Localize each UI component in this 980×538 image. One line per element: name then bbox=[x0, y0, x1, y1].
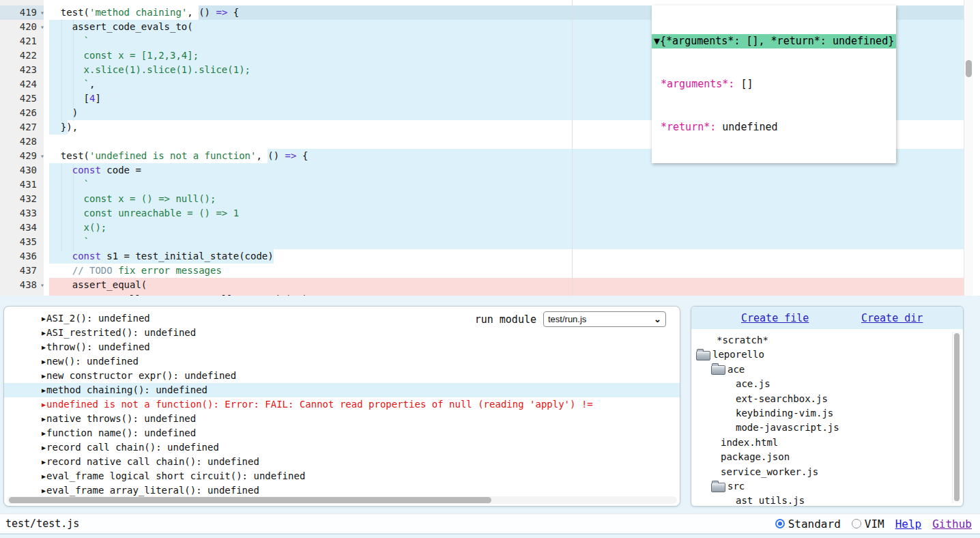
result-row[interactable]: ▶function name(): undefined bbox=[4, 426, 680, 440]
gutter-line-number[interactable]: 428 bbox=[0, 134, 44, 149]
code-line[interactable]: // TODO fix error messages bbox=[0, 264, 965, 278]
code-line[interactable]: const code = bbox=[0, 163, 965, 178]
gutter-line-number[interactable]: 429▾ bbox=[0, 149, 44, 163]
result-row[interactable]: ▶eval_frame array_literal(): undefined bbox=[4, 483, 680, 498]
code-line[interactable]: assert_equal( bbox=[0, 278, 965, 292]
gutter-line-number[interactable]: 436 bbox=[0, 249, 44, 264]
result-row[interactable]: ▶new constructor expr(): undefined bbox=[4, 369, 680, 383]
tree-file-row[interactable]: ext-searchbox.js bbox=[736, 392, 828, 406]
expand-triangle-icon[interactable]: ▶ bbox=[42, 315, 46, 322]
expand-triangle-icon[interactable]: ▶ bbox=[42, 487, 46, 494]
expand-triangle-icon[interactable]: ▶ bbox=[42, 458, 46, 466]
result-label: new constructor expr(): undefined bbox=[46, 370, 236, 381]
gutter-line-number[interactable]: 426 bbox=[0, 106, 44, 120]
result-row[interactable]: ▶eval_frame logical short circuit(): und… bbox=[4, 469, 680, 483]
expand-triangle-icon[interactable]: ▶ bbox=[42, 429, 46, 437]
results-scrollbar-thumb[interactable] bbox=[9, 497, 491, 503]
tree-file-row[interactable]: index.html bbox=[721, 436, 778, 450]
code-line[interactable]: const x = () => null(); bbox=[0, 192, 965, 206]
result-row[interactable]: ▶record native call chain(): undefined bbox=[4, 455, 680, 469]
gutter-line-number[interactable]: 421 bbox=[0, 34, 44, 48]
tree-file-row[interactable]: *scratch* bbox=[717, 333, 768, 348]
result-row[interactable]: ▶native throws(): undefined bbox=[4, 412, 680, 426]
radio-selected-icon[interactable] bbox=[775, 519, 785, 528]
gutter-line-number[interactable]: 427 bbox=[0, 120, 44, 134]
gutter-line-number[interactable]: 419▾ bbox=[0, 5, 44, 20]
tooltip-header-row[interactable]: ▼{*arguments*: [], *return*: undefined} bbox=[652, 34, 896, 48]
result-row[interactable]: ▶throw(): undefined bbox=[4, 340, 680, 354]
tree-folder-row[interactable]: ace bbox=[711, 363, 745, 377]
gutter-line-number[interactable]: 430 bbox=[0, 163, 44, 178]
code-line[interactable]: ` bbox=[0, 178, 965, 192]
fold-arrow-icon[interactable]: ▾ bbox=[40, 149, 44, 163]
expand-triangle-icon[interactable]: ▶ bbox=[42, 472, 46, 480]
tree-folder-row[interactable]: src bbox=[711, 479, 745, 494]
github-link[interactable]: Github bbox=[932, 518, 972, 530]
gutter-line-number[interactable]: 435 bbox=[0, 235, 44, 249]
gutter-line-number[interactable]: 424 bbox=[0, 77, 44, 91]
code-line[interactable]: const unreachable = () => 1 bbox=[0, 206, 965, 221]
gutter-line-number[interactable]: 433 bbox=[0, 206, 44, 221]
keybinding-standard-label: Standard bbox=[788, 518, 841, 530]
tree-file-row[interactable]: keybinding-vim.js bbox=[736, 406, 833, 421]
gutter-line-number[interactable]: 420▾ bbox=[0, 20, 44, 34]
fold-arrow-icon[interactable]: ▾ bbox=[40, 5, 44, 20]
editor-scrollbar-thumb[interactable] bbox=[966, 60, 972, 77]
gutter-line-number[interactable]: 437 bbox=[0, 264, 44, 278]
tree-vertical-scrollbar[interactable] bbox=[952, 332, 961, 503]
create-file-link[interactable]: Create file bbox=[741, 312, 809, 324]
expand-triangle-icon[interactable]: ▶ bbox=[42, 343, 46, 351]
code-line[interactable]: ` bbox=[0, 235, 965, 249]
gutter-line-number[interactable]: 439 bbox=[0, 292, 44, 296]
expand-triangle-icon[interactable]: ▶ bbox=[42, 358, 46, 365]
code-token: ` bbox=[49, 236, 89, 247]
result-row[interactable]: ▶ASI_restrited(): undefined bbox=[4, 326, 680, 340]
keybinding-standard-option[interactable]: Standard bbox=[775, 518, 841, 530]
code-line[interactable]: x(); bbox=[0, 221, 965, 235]
expand-triangle-icon[interactable]: ▶ bbox=[42, 415, 46, 423]
result-row[interactable]: ▶method chaining(): undefined bbox=[4, 383, 680, 397]
tree-file-row[interactable]: service_worker.js bbox=[721, 465, 818, 479]
code-line[interactable]: const calltree = root_calltree_node(s1) bbox=[0, 292, 965, 296]
result-row[interactable]: ▶new(): undefined bbox=[4, 354, 680, 369]
keybinding-vim-option[interactable]: VIM bbox=[852, 518, 884, 530]
code-token: test( bbox=[49, 7, 89, 18]
code-editor[interactable]: test('method chaining', () => { assert_c… bbox=[0, 0, 980, 296]
expand-triangle-icon[interactable]: ▶ bbox=[42, 444, 46, 451]
gutter-line-number[interactable]: 438▾ bbox=[0, 278, 44, 292]
create-dir-link[interactable]: Create dir bbox=[861, 312, 923, 324]
gutter-line-number[interactable]: 432 bbox=[0, 192, 44, 206]
editor-gutter[interactable]: 419▾420▾421422423424425426427428429▾4304… bbox=[0, 0, 44, 296]
help-link[interactable]: Help bbox=[895, 518, 922, 530]
fold-arrow-icon[interactable]: ▾ bbox=[40, 278, 44, 292]
code-token: const calltree = root_calltree_node(s1) bbox=[49, 294, 308, 296]
run-module-select[interactable]: test/run.js ⌄ bbox=[543, 311, 666, 327]
tooltip-value: [] bbox=[734, 78, 753, 90]
gutter-line-number[interactable]: 431 bbox=[0, 178, 44, 192]
tree-scrollbar-thumb[interactable] bbox=[954, 333, 960, 501]
result-row[interactable]: ▶ASI(): undefined bbox=[4, 306, 680, 311]
result-row[interactable]: ▶record call chain(): undefined bbox=[4, 440, 680, 455]
radio-unselected-icon[interactable] bbox=[852, 519, 861, 528]
gutter-line-number[interactable]: 434 bbox=[0, 221, 44, 235]
expand-triangle-icon[interactable]: ▶ bbox=[42, 401, 46, 408]
folder-icon bbox=[711, 365, 725, 375]
gutter-line-number[interactable]: 423 bbox=[0, 63, 44, 77]
code-line[interactable]: const s1 = test_initial_state(code) bbox=[0, 249, 965, 264]
tree-file-row[interactable]: ast_utils.js bbox=[736, 494, 805, 506]
gutter-line-number[interactable]: 425 bbox=[0, 91, 44, 106]
result-row[interactable]: ▶undefined is not a function(): Error: F… bbox=[4, 397, 680, 412]
expand-triangle-icon[interactable]: ▶ bbox=[42, 306, 46, 308]
gutter-line-number[interactable]: 422 bbox=[0, 48, 44, 63]
tree-file-row[interactable]: package.json bbox=[721, 450, 790, 464]
tree-folder-row[interactable]: leporello bbox=[696, 348, 764, 362]
editor-vertical-scrollbar[interactable] bbox=[964, 0, 973, 296]
expand-triangle-icon[interactable]: ▶ bbox=[42, 329, 46, 337]
results-horizontal-scrollbar[interactable] bbox=[7, 496, 677, 504]
tree-file-row[interactable]: mode-javascript.js bbox=[736, 421, 839, 435]
expand-triangle-icon[interactable]: ▶ bbox=[42, 386, 46, 394]
line-highlight bbox=[49, 235, 965, 249]
tree-file-row[interactable]: ace.js bbox=[736, 377, 770, 391]
fold-arrow-icon[interactable]: ▾ bbox=[40, 20, 44, 34]
expand-triangle-icon[interactable]: ▶ bbox=[42, 372, 46, 380]
